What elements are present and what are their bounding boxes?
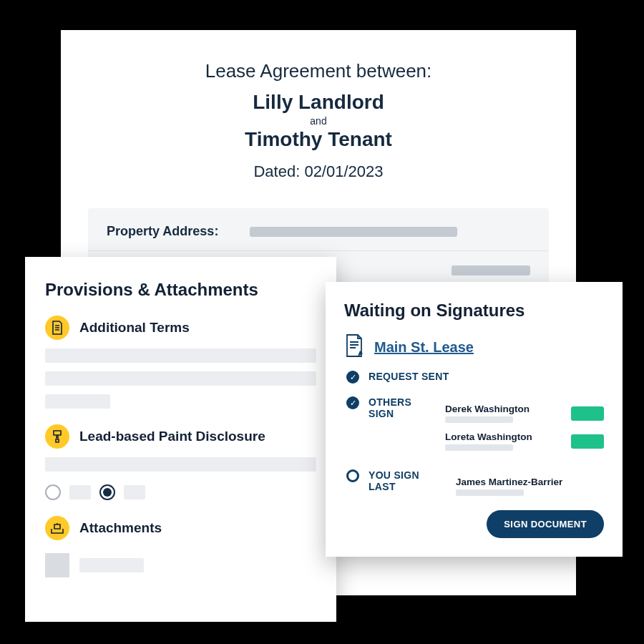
signer-row: Loreta Washington — [445, 427, 604, 455]
lease-title: Lease Agreement between: — [88, 60, 549, 82]
placeholder-line — [45, 371, 316, 386]
provisions-card: Provisions & Attachments Additional Term… — [25, 257, 336, 622]
signer-row: Derek Washington — [445, 399, 604, 427]
placeholder-value — [452, 265, 530, 275]
timeline-step-you-sign-last: YOU SIGN LAST — [369, 469, 447, 500]
lease-and: and — [88, 115, 549, 127]
placeholder-line — [45, 348, 316, 363]
placeholder-sub — [456, 489, 524, 496]
section-additional-terms[interactable]: Additional Terms — [45, 316, 316, 409]
signer-name: James Martinez-Barrier — [456, 477, 562, 487]
section-attachments[interactable]: Attachments — [45, 516, 316, 577]
timeline-step-complete-icon: ✓ — [346, 371, 359, 384]
radio-option-2[interactable] — [99, 484, 115, 500]
document-edit-icon — [344, 333, 366, 361]
document-icon — [45, 316, 69, 340]
attachment-thumbnail — [45, 553, 69, 577]
detail-row-property-address: Property Address: — [88, 213, 549, 251]
signer-name: Derek Washington — [445, 404, 530, 414]
timeline-step-request-sent: REQUEST SENT — [369, 371, 604, 382]
provisions-heading: Provisions & Attachments — [45, 280, 316, 300]
timeline-step-complete-icon: ✓ — [346, 396, 359, 409]
upload-tray-icon — [45, 516, 69, 540]
signatures-card: Waiting on Signatures Main St. Lease ✓ R… — [326, 282, 623, 557]
paint-brush-icon — [45, 424, 69, 449]
signatures-heading: Waiting on Signatures — [344, 301, 604, 321]
timeline-step-pending-icon — [346, 469, 359, 482]
placeholder-label — [124, 485, 145, 499]
placeholder-sub — [445, 416, 513, 423]
attachment-row[interactable] — [45, 553, 316, 577]
status-badge-signed — [571, 434, 604, 449]
sign-document-button[interactable]: SIGN DOCUMENT — [487, 510, 604, 538]
signature-timeline: ✓ REQUEST SENT ✓ OTHERS SIGN Derek Washi… — [344, 371, 604, 503]
lease-dated: Dated: 02/01/2023 — [88, 162, 549, 181]
status-badge-signed — [571, 406, 604, 421]
section-title: Attachments — [79, 520, 162, 536]
timeline-step-others-sign: OTHERS SIGN — [369, 396, 436, 455]
placeholder-label — [69, 485, 91, 499]
radio-group — [45, 484, 316, 500]
lease-party-tenant: Timothy Tenant — [88, 128, 549, 151]
placeholder-line — [45, 394, 110, 409]
placeholder-line — [79, 558, 144, 572]
lease-document-link[interactable]: Main St. Lease — [374, 339, 474, 356]
section-title: Lead-based Paint Disclosure — [79, 429, 265, 444]
lease-party-landlord: Lilly Landlord — [88, 91, 549, 114]
placeholder-value — [250, 227, 457, 237]
placeholder-line — [45, 457, 316, 472]
section-title: Additional Terms — [79, 320, 190, 336]
signer-name: Loreta Washington — [445, 431, 532, 442]
signer-row: James Martinez-Barrier — [456, 472, 604, 500]
placeholder-sub — [445, 444, 513, 451]
section-lead-paint[interactable]: Lead-based Paint Disclosure — [45, 424, 316, 500]
detail-label: Property Address: — [107, 224, 250, 239]
radio-option-1[interactable] — [45, 484, 61, 500]
